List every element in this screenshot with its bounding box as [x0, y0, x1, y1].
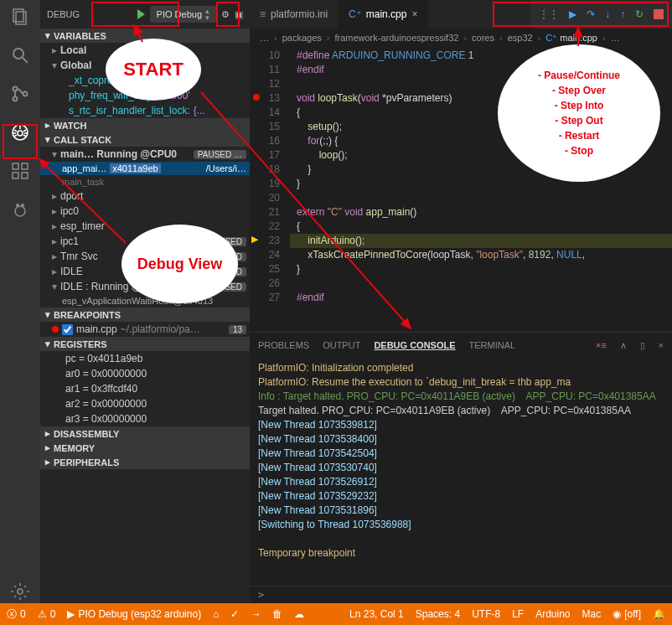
step-into-button[interactable]: ↓ — [605, 8, 610, 20]
scm-icon[interactable] — [8, 82, 32, 106]
debug-icon[interactable] — [8, 121, 32, 144]
thread-row[interactable]: ▸IDLEPAUSED — [40, 264, 250, 279]
crumb[interactable]: packages — [282, 33, 322, 43]
stack-frame[interactable]: app_mai… x4011a9eb /Users/i… — [40, 162, 250, 175]
svg-point-2 — [13, 49, 23, 59]
debug-console-input[interactable]: > — [250, 586, 672, 603]
thread-row[interactable]: ▾main… Running @CPU0PAUSED … — [40, 147, 250, 162]
status-errors[interactable]: ⓧ 0 — [7, 607, 26, 622]
crumb[interactable]: esp32 — [508, 33, 533, 43]
section-variables[interactable]: ▾ VARIABLES — [40, 28, 250, 43]
cloud-icon[interactable]: ☁ — [294, 608, 304, 620]
register-row: ar1 = 0x3ffcdf40 — [40, 381, 250, 396]
stop-button[interactable] — [654, 9, 664, 19]
stack-frame[interactable]: esp_vApplicationWaitiHook@0x4013 — [40, 294, 250, 307]
play-icon — [137, 9, 145, 19]
debug-config-select[interactable]: PIO Debug ▴▾ — [150, 6, 216, 23]
settings-icon: ≡ — [260, 8, 266, 20]
thread-row[interactable]: ▸dport — [40, 189, 250, 204]
tab-bar: ≡platformio.ini C⁺main.cpp× ⋮⋮ ▶ ↷ ↓ ↑ ↻ — [250, 0, 672, 28]
debug-console-icon[interactable]: ▣ — [235, 9, 243, 20]
step-out-button[interactable]: ↑ — [620, 8, 625, 20]
maximize-icon[interactable]: ▯ — [640, 340, 645, 351]
status-eol[interactable]: LF — [512, 608, 524, 620]
pio-clean-icon[interactable]: 🗑 — [272, 608, 282, 620]
svg-line-10 — [14, 130, 17, 132]
section-disassembly[interactable]: ▸ DISASSEMBLY — [40, 426, 250, 441]
scope-global[interactable]: ▾Global — [40, 58, 250, 73]
section-registers[interactable]: ▾ REGISTERS — [40, 337, 250, 351]
tab-platformio[interactable]: ≡platformio.ini — [250, 0, 339, 28]
register-row: ar2 = 0x00000000 — [40, 396, 250, 411]
status-spaces[interactable]: Spaces: 4 — [416, 608, 460, 620]
register-row: ar3 = 0x00000000 — [40, 411, 250, 426]
section-peripherals[interactable]: ▸ PERIPHERALS — [40, 455, 250, 469]
step-over-button[interactable]: ↷ — [587, 8, 595, 20]
tab-terminal[interactable]: TERMINAL — [469, 340, 516, 350]
gear-icon[interactable]: ⚙ — [221, 9, 230, 20]
svg-line-11 — [23, 130, 26, 132]
pio-icon[interactable] — [8, 198, 32, 221]
collapse-icon[interactable]: ∧ — [620, 340, 627, 351]
status-live-icon[interactable]: ◉ [off] — [613, 608, 641, 620]
clear-icon[interactable]: ×≡ — [596, 340, 607, 350]
tab-output[interactable]: OUTPUT — [323, 340, 360, 350]
crumb[interactable]: … — [611, 33, 620, 43]
variable-row[interactable]: _xt_coproc_sa_offset: 0 — [40, 73, 250, 88]
continue-button[interactable]: ▶ — [569, 8, 576, 20]
status-lang[interactable]: Arduino — [535, 608, 570, 620]
bottom-panel: PROBLEMS OUTPUT DEBUG CONSOLE TERMINAL ×… — [250, 332, 672, 603]
thread-row[interactable]: ▸esp_timer — [40, 219, 250, 234]
thread-row[interactable]: ▾IDLE : Running @CPU1PAUSED — [40, 279, 250, 294]
svg-rect-19 — [22, 163, 28, 169]
variable-row[interactable]: phy_freq_wifi_only: 0 '\000' — [40, 88, 250, 103]
debug-config-name: PIO Debug — [157, 9, 202, 19]
restart-button[interactable]: ↻ — [635, 8, 644, 20]
breakpoint-dot-icon — [52, 326, 59, 333]
crumb[interactable]: … — [260, 33, 269, 43]
editor-area: ≡platformio.ini C⁺main.cpp× ⋮⋮ ▶ ↷ ↓ ↑ ↻… — [250, 0, 672, 603]
section-watch[interactable]: ▸ WATCH — [40, 118, 250, 132]
scope-local[interactable]: ▸Local — [40, 43, 250, 58]
thread-row[interactable]: ▸Tmr SvcPAUSED — [40, 249, 250, 264]
variable-row[interactable]: s_rtc_isr_handler_list_lock: {... — [40, 103, 250, 118]
thread-row[interactable]: ▸ipc0 — [40, 204, 250, 219]
debug-console-output[interactable]: PlatformIO: Initialization completedPlat… — [250, 358, 672, 586]
status-debug-config[interactable]: ▶ PIO Debug (esp32 arduino) — [67, 608, 201, 620]
activity-bar — [0, 0, 40, 603]
status-bar: ⓧ 0 ⚠ 0 ▶ PIO Debug (esp32 arduino) ⌂ ✓ … — [0, 603, 672, 625]
tab-main-cpp[interactable]: C⁺main.cpp× — [339, 0, 428, 28]
explorer-icon[interactable] — [8, 5, 32, 28]
tab-debug-console[interactable]: DEBUG CONSOLE — [374, 340, 455, 350]
breakpoint-row[interactable]: main.cpp ~/.platformio/pa… 13 — [40, 322, 250, 337]
tab-problems[interactable]: PROBLEMS — [258, 340, 309, 350]
crumb[interactable]: cores — [472, 33, 494, 43]
status-port[interactable]: Mac — [582, 608, 602, 620]
stack-frame[interactable]: main_task — [40, 175, 250, 189]
pio-build-icon[interactable]: ✓ — [230, 608, 239, 620]
grip-icon[interactable]: ⋮⋮ — [539, 8, 559, 20]
pio-home-icon[interactable]: ⌂ — [213, 608, 219, 620]
code-editor[interactable]: 1011121314151617181920212223▶24252627 #d… — [250, 47, 672, 332]
crumb[interactable]: framework-arduinoespressif32 — [334, 33, 458, 43]
start-debug-button[interactable] — [137, 9, 145, 19]
pio-upload-icon[interactable]: → — [251, 608, 261, 620]
status-warnings[interactable]: ⚠ 0 — [38, 608, 56, 620]
svg-point-8 — [18, 131, 23, 136]
extensions-icon[interactable] — [8, 159, 32, 183]
settings-gear-icon[interactable] — [8, 580, 32, 603]
search-icon[interactable] — [8, 44, 32, 67]
close-icon[interactable]: × — [411, 8, 417, 20]
status-cursor[interactable]: Ln 23, Col 1 — [349, 608, 404, 620]
cpp-icon: C⁺ — [349, 8, 361, 20]
status-encoding[interactable]: UTF-8 — [472, 608, 500, 620]
thread-row[interactable]: ▸ipc1PAUSED — [40, 234, 250, 249]
section-memory[interactable]: ▸ MEMORY — [40, 441, 250, 455]
breakpoint-checkbox[interactable] — [62, 324, 73, 335]
crumb[interactable]: C⁺ main.cpp — [545, 33, 597, 44]
section-breakpoints[interactable]: ▾ BREAKPOINTS — [40, 307, 250, 322]
section-callstack[interactable]: ▾ CALL STACK — [40, 132, 250, 147]
close-panel-icon[interactable]: × — [659, 340, 664, 350]
bell-icon[interactable]: 🔔 — [653, 608, 665, 620]
breadcrumb[interactable]: …›packages›framework-arduinoespressif32›… — [250, 28, 672, 47]
